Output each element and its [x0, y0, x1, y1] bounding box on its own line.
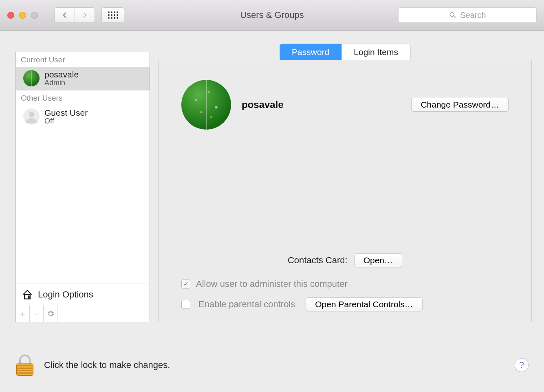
gear-icon — [46, 310, 55, 318]
minimize-window-button[interactable] — [19, 12, 26, 19]
search-icon — [449, 11, 457, 19]
parental-controls-checkbox[interactable] — [181, 300, 190, 309]
add-user-button[interactable]: ＋ — [16, 305, 30, 322]
sidebar-item-guest-user[interactable]: Guest User Off — [16, 105, 150, 129]
remove-user-button[interactable]: － — [30, 305, 44, 322]
profile-name: posavale — [242, 99, 284, 110]
main-panel: Password Login Items posavale Change Pas… — [158, 52, 532, 322]
login-options-button[interactable]: Login Options — [16, 284, 150, 305]
sidebar-item-current-user[interactable]: posavale Admin — [16, 67, 150, 90]
help-button[interactable]: ? — [515, 358, 529, 372]
sidebar-action-buttons: ＋ － — [16, 305, 150, 322]
close-window-button[interactable] — [7, 12, 14, 19]
footer: Click the lock to make changes. ? — [15, 355, 529, 376]
house-icon — [22, 289, 33, 300]
contacts-card-label: Contacts Card: — [288, 255, 348, 266]
svg-line-1 — [454, 16, 456, 18]
zoom-window-button — [31, 12, 38, 19]
svg-point-0 — [450, 12, 454, 16]
show-all-button[interactable] — [101, 7, 124, 23]
grid-icon — [108, 11, 118, 19]
svg-point-2 — [29, 112, 34, 117]
open-parental-controls-button[interactable]: Open Parental Controls… — [306, 297, 422, 311]
user-role: Off — [44, 117, 88, 126]
tab-bar: Password Login Items — [279, 44, 411, 61]
guest-avatar-icon — [23, 108, 40, 125]
tab-password[interactable]: Password — [280, 44, 341, 60]
user-name: posavale — [44, 70, 79, 79]
other-users-section-label: Other Users — [16, 90, 150, 105]
user-actions-button[interactable] — [44, 305, 57, 322]
user-name: Guest User — [44, 108, 88, 117]
window-controls — [7, 12, 38, 19]
login-options-label: Login Options — [38, 289, 93, 300]
search-placeholder: Search — [460, 11, 486, 20]
user-sidebar: Current User posavale Admin Other Users … — [15, 52, 150, 322]
parental-controls-label: Enable parental controls — [198, 299, 295, 310]
nav-segment — [54, 7, 95, 23]
change-password-button[interactable]: Change Password… — [411, 98, 509, 112]
profile-avatar[interactable] — [181, 80, 231, 130]
user-avatar-icon — [23, 70, 40, 86]
lock-hint-text: Click the lock to make changes. — [44, 360, 170, 370]
back-button[interactable] — [54, 7, 75, 23]
lock-button[interactable] — [15, 355, 34, 376]
forward-button[interactable] — [75, 7, 95, 23]
svg-rect-4 — [28, 295, 30, 299]
search-input[interactable]: Search — [398, 7, 537, 23]
tab-login-items[interactable]: Login Items — [341, 44, 410, 60]
titlebar: Users & Groups Search — [0, 0, 544, 31]
open-contacts-button[interactable]: Open… — [354, 253, 402, 267]
admin-checkbox[interactable] — [181, 280, 190, 288]
admin-checkbox-label: Allow user to administer this computer — [196, 279, 348, 289]
current-user-section-label: Current User — [16, 52, 150, 67]
user-role: Admin — [44, 79, 79, 87]
